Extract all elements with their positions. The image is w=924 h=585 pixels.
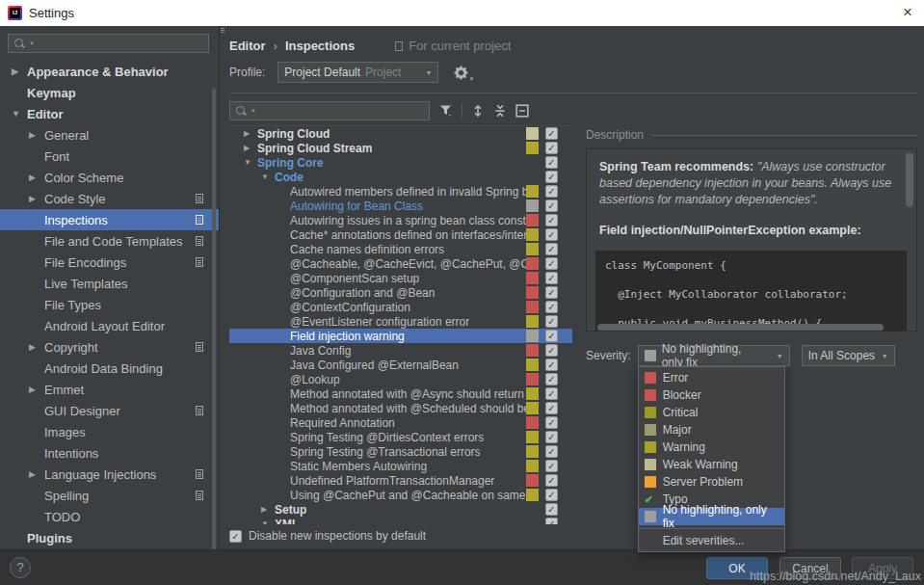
reset-inspection-button[interactable] [515,104,529,118]
sidebar-item-keymap[interactable]: Keymap [0,82,219,103]
expand-all-button[interactable] [471,104,485,118]
inspection-checkbox[interactable]: ✓ [545,214,558,226]
tree-down-arrow-icon[interactable]: ▼ [261,519,275,524]
severity-option-major[interactable]: Major [639,421,784,439]
inspection-row-cache-annotations-defined-on-interfaces-interl[interactable]: Cache* annotations defined on interfaces… [229,227,572,242]
severity-option-weak-warning[interactable]: Weak Warning [639,456,784,473]
ok-button[interactable]: OK [706,557,768,579]
inspection-checkbox[interactable]: ✓ [545,185,558,198]
code-horizontal-scrollbar[interactable] [597,324,884,331]
disable-new-inspections-checkbox[interactable]: ✓ [229,530,242,543]
inspection-checkbox[interactable]: ✓ [545,489,558,501]
sidebar-item-android-layout-editor[interactable]: Android Layout Editor [0,315,219,336]
sidebar-item-appearance-behavior[interactable]: ▶Appearance & Behavior [0,61,219,82]
inspection-checkbox[interactable]: ✓ [545,518,558,524]
sidebar-item-emmet[interactable]: ▶Emmet [0,379,219,400]
inspection-row-java-config[interactable]: Java Config✓ [229,343,572,358]
inspections-search[interactable]: ▼ [229,101,430,120]
inspection-checkbox[interactable]: ✓ [545,286,558,299]
inspection-row-configuration-and-bean[interactable]: @Configuration and @Bean✓ [229,285,572,300]
cancel-button[interactable]: Cancel [779,557,841,579]
inspection-row-static-members-autowiring[interactable]: Static Members Autowiring✓ [229,459,572,473]
severity-option-edit-severities[interactable]: Edit severities... [639,532,784,549]
sidebar-item-todo[interactable]: TODO [0,506,219,527]
sidebar-item-gui-designer[interactable]: GUI Designer [0,400,219,421]
sidebar-item-file-and-code-templates[interactable]: File and Code Templates [0,230,219,252]
inspection-row-using-cacheput-and-cacheable-on-same-me[interactable]: Using @CachePut and @Cacheable on same m… [229,488,572,502]
sidebar-item-language-injections[interactable]: ▶Language Injections [0,464,219,485]
inspection-row-autowiring-issues-in-a-spring-bean-class-constru[interactable]: Autowiring issues in a spring bean class… [229,213,572,227]
tree-down-arrow-icon[interactable]: ▼ [261,173,275,181]
sidebar-item-android-data-binding[interactable]: Android Data Binding [0,358,219,379]
inspection-checkbox[interactable]: ✓ [545,257,558,270]
help-button[interactable]: ? [10,557,31,578]
inspection-row-xml[interactable]: ▼XML✓ [229,517,572,524]
sidebar-item-code-style[interactable]: ▶Code Style [0,188,219,209]
breadcrumb-editor[interactable]: Editor [229,39,266,53]
close-icon[interactable]: × [903,2,912,23]
inspection-row-spring-cloud[interactable]: ▶Spring Cloud✓ [229,126,572,141]
inspection-checkbox[interactable]: ✓ [545,373,558,386]
inspection-checkbox[interactable]: ✓ [545,199,558,212]
inspection-checkbox[interactable]: ✓ [545,387,558,400]
inspection-row-spring-testing-dirtiescontext-errors[interactable]: Spring Testing @DirtiesContext errors✓ [229,430,572,444]
severity-option-server-problem[interactable]: Server Problem [639,473,784,491]
sidebar-item-live-templates[interactable]: Live Templates [0,273,219,294]
sidebar-item-general[interactable]: ▶General [0,124,219,146]
sidebar-search[interactable]: ▼ [8,34,209,53]
inspection-row-lookup[interactable]: @Lookup✓ [229,372,572,386]
inspection-checkbox[interactable]: ✓ [545,272,558,284]
inspections-search-input[interactable] [260,104,424,118]
sidebar-item-color-scheme[interactable]: ▶Color Scheme [0,167,219,188]
inspection-row-cache-names-definition-errors[interactable]: Cache names definition errors✓ [229,242,572,256]
inspection-row-eventlistener-configuration-error[interactable]: @EventListener configuration error✓ [229,314,572,329]
collapse-all-button[interactable] [493,104,507,118]
apply-button[interactable]: Apply [852,557,913,579]
severity-option-no-highlighting-only-fix[interactable]: No highlighting, only fix [639,508,784,525]
inspection-row-setup[interactable]: ▶Setup✓ [229,502,572,517]
inspection-checkbox[interactable]: ✓ [545,402,558,414]
sidebar-search-input[interactable] [39,37,203,50]
inspection-checkbox[interactable]: ✓ [545,503,558,516]
inspection-row-autowiring-for-bean-class[interactable]: Autowiring for Bean Class✓ [229,199,572,213]
inspection-checkbox[interactable]: ✓ [545,315,558,328]
inspection-checkbox[interactable]: ✓ [545,171,558,183]
inspection-checkbox[interactable]: ✓ [545,431,558,443]
sidebar-item-file-types[interactable]: File Types [0,294,219,315]
description-scrollbar[interactable] [906,153,913,207]
sidebar-item-font[interactable]: Font [0,146,219,167]
sidebar-item-intentions[interactable]: Intentions [0,442,219,464]
inspection-row-cacheable-cacheevict-cacheput-cach[interactable]: @Cacheable, @CacheEvict, @CachePut, @Cac… [229,256,572,271]
inspection-checkbox[interactable]: ✓ [545,301,558,313]
inspection-row-spring-core[interactable]: ▼Spring Core✓ [229,155,572,170]
severity-option-error[interactable]: Error [639,369,784,386]
inspection-row-field-injection-warning[interactable]: Field injection warning✓ [229,329,572,343]
inspection-row-componentscan-setup[interactable]: @ComponentScan setup✓ [229,271,572,285]
tree-right-arrow-icon[interactable]: ▶ [244,129,257,138]
filter-button[interactable] [439,104,453,118]
inspection-checkbox[interactable]: ✓ [545,228,558,241]
sidebar-item-inspections[interactable]: Inspections [0,209,219,230]
severity-option-blocker[interactable]: Blocker [639,386,784,404]
profile-actions-button[interactable]: ▼ [454,66,468,80]
inspection-row-java-configured-externalbean[interactable]: Java Configured @ExternalBean✓ [229,358,572,372]
severity-option-critical[interactable]: Critical [639,404,784,421]
profile-dropdown[interactable]: Project Default Project ▼ [277,62,438,83]
inspection-checkbox[interactable]: ✓ [545,330,558,342]
inspection-row-spring-cloud-stream[interactable]: ▶Spring Cloud Stream✓ [229,141,572,155]
sidebar-item-images[interactable]: Images [0,421,219,442]
sidebar-item-editor[interactable]: ▼Editor [0,103,219,124]
tree-right-arrow-icon[interactable]: ▶ [244,144,257,152]
inspection-row-code[interactable]: ▼Code✓ [229,170,572,184]
severity-option-warning[interactable]: Warning [639,439,784,456]
inspection-row-autowired-members-defined-in-invalid-spring-b[interactable]: Autowired members defined in invalid Spr… [229,184,572,199]
sidebar-item-copyright[interactable]: ▶Copyright [0,336,219,358]
inspection-checkbox[interactable]: ✓ [545,474,558,487]
inspection-row-required-annotation[interactable]: Required Annotation✓ [229,415,572,430]
inspection-row-undefined-platformtransactionmanager[interactable]: Undefined PlatformTransactionManager✓ [229,473,572,488]
inspection-checkbox[interactable]: ✓ [545,243,558,255]
inspection-row-method-annotated-with-scheduled-should-be[interactable]: Method annotated with @Scheduled should … [229,401,572,415]
inspection-row-contextconfiguration[interactable]: @ContextConfiguration✓ [229,300,572,314]
inspection-checkbox[interactable]: ✓ [545,445,558,458]
sidebar-item-file-encodings[interactable]: File Encodings [0,252,219,273]
